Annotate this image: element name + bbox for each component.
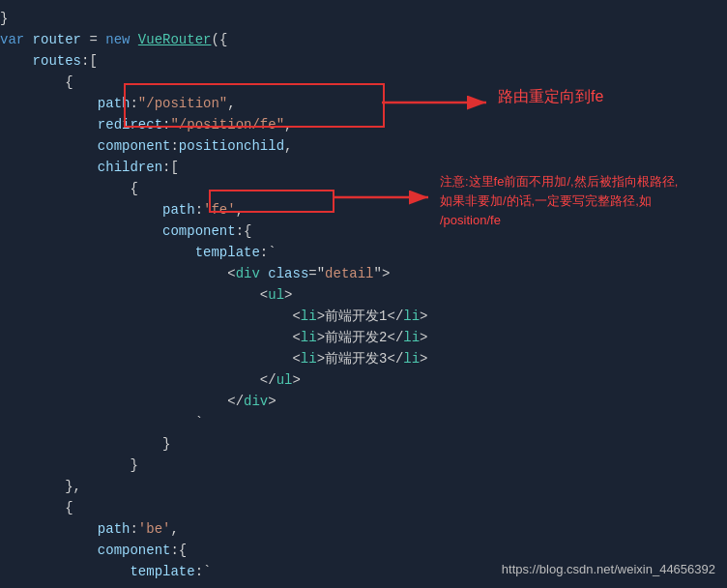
- code-line-6: redirect:"/position/fe",: [0, 114, 727, 135]
- code-line-22: }: [0, 455, 727, 476]
- watermark: https://blog.csdn.net/weixin_44656392: [502, 562, 715, 576]
- code-line-23: },: [0, 476, 727, 497]
- code-line-18: </ul>: [0, 369, 727, 391]
- code-line-10: path:'fe',: [0, 199, 727, 220]
- code-line-26: component:{: [0, 540, 727, 561]
- code-line-4: {: [0, 72, 727, 93]
- code-line-9: {: [0, 178, 727, 199]
- code-line-12: template:`: [0, 242, 727, 263]
- code-line-14: <ul>: [0, 284, 727, 306]
- code-line-21: }: [0, 433, 727, 455]
- code-line-3: routes:[: [0, 50, 727, 72]
- code-line-5: path:"/position",: [0, 93, 727, 114]
- code-editor: } var router = new VueRouter({ routes:[ …: [0, 0, 727, 588]
- code-line-20: `: [0, 412, 727, 433]
- code-line-11: component:{: [0, 220, 727, 242]
- code-line-19: </div>: [0, 391, 727, 412]
- code-line-16: <li>前端开发2</li>: [0, 327, 727, 348]
- code-line-15: <li>前端开发1</li>: [0, 306, 727, 327]
- code-line-17: <li>前端开发3</li>: [0, 348, 727, 369]
- code-line-2: var router = new VueRouter({: [0, 29, 727, 50]
- code-line-7: component:positionchild,: [0, 135, 727, 157]
- code-line-1: }: [0, 8, 727, 29]
- code-line-8: children:[: [0, 157, 727, 178]
- code-line-24: {: [0, 497, 727, 518]
- code-line-25: path:'be',: [0, 518, 727, 540]
- code-line-13: <div class="detail">: [0, 263, 727, 284]
